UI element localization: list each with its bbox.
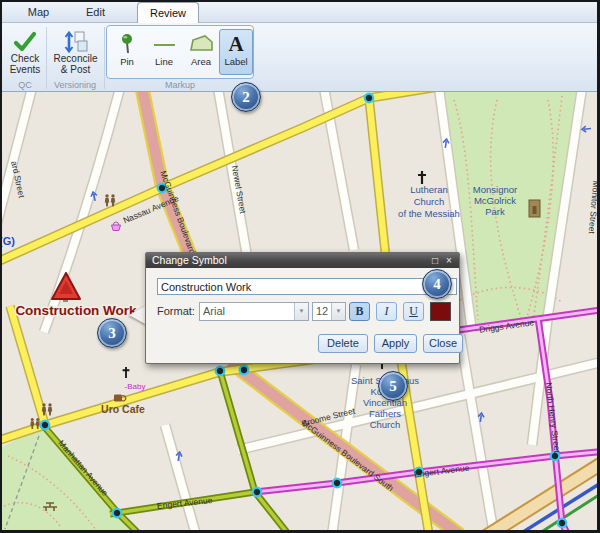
- callout-badge-4: 4: [422, 269, 452, 299]
- check-events-button[interactable]: Check Events: [5, 26, 45, 78]
- bold-button[interactable]: B: [349, 302, 370, 321]
- ribbon-body: Check Events Reconcile & Post: [2, 23, 597, 91]
- font-family-select[interactable]: Arial ▼: [199, 302, 309, 321]
- pin-button[interactable]: Pin: [110, 29, 144, 75]
- callout-badge-5: 5: [378, 371, 408, 401]
- letter-a-icon: A: [220, 30, 252, 56]
- line-button[interactable]: Line: [147, 29, 181, 75]
- poi-label: Lutheran: [410, 184, 448, 195]
- close-button[interactable]: Close: [423, 334, 463, 353]
- change-symbol-dialog: Change Symbol □× Format: Arial ▼ 12 ▼ B …: [145, 252, 460, 364]
- markup-group-box: Pin Line Area A Label: [106, 25, 254, 79]
- tab-edit[interactable]: Edit: [67, 2, 124, 23]
- label-label: Label: [224, 56, 247, 67]
- cafe-label: Uro Cafe: [101, 403, 145, 415]
- shop-label: -Baby: [125, 382, 146, 391]
- group-separator: [104, 27, 105, 89]
- park-label: McGolrick: [474, 195, 516, 206]
- delete-button[interactable]: Delete: [318, 334, 368, 353]
- app-window: Map Edit Review Check Events: [0, 0, 600, 533]
- reconcile-post-button[interactable]: Reconcile & Post: [48, 26, 103, 78]
- monument-icon: [529, 200, 540, 217]
- font-size-value: 12: [316, 305, 329, 317]
- park-label: Monsignor: [473, 184, 517, 195]
- ribbon: Map Edit Review Check Events: [2, 2, 597, 92]
- callout-badge-2: 2: [231, 82, 261, 112]
- close-icon[interactable]: ×: [442, 253, 456, 268]
- group-label-qc: QC: [5, 80, 45, 90]
- app-frame: Map Edit Review Check Events: [2, 2, 597, 530]
- callout-badge-3: 3: [97, 318, 127, 348]
- font-size-select[interactable]: 12 ▼: [312, 302, 346, 321]
- line-icon: [148, 30, 180, 56]
- area-label: Area: [191, 56, 211, 67]
- dialog-title: Change Symbol: [152, 254, 227, 266]
- polygon-icon: [185, 30, 217, 56]
- label-button[interactable]: A Label: [219, 29, 253, 75]
- group-label-markup: Markup: [106, 80, 254, 90]
- construction-label: Construction Work: [15, 303, 137, 318]
- sync-arrows-docs-icon: [49, 27, 102, 53]
- maximize-icon[interactable]: □: [428, 253, 442, 268]
- format-label: Format:: [157, 305, 195, 317]
- subway-g-label: (G): [2, 235, 15, 247]
- chevron-down-icon[interactable]: ▼: [331, 303, 345, 320]
- font-family-value: Arial: [203, 305, 292, 317]
- color-swatch-button[interactable]: [430, 302, 451, 321]
- pushpin-icon: [111, 30, 143, 56]
- tab-review[interactable]: Review: [137, 2, 199, 23]
- line-label: Line: [155, 56, 173, 67]
- underline-button[interactable]: U: [403, 302, 424, 321]
- pin-label: Pin: [120, 56, 134, 67]
- italic-button[interactable]: I: [376, 302, 397, 321]
- check-events-label: Check Events: [10, 53, 41, 75]
- symbol-text-input[interactable]: [157, 278, 457, 295]
- chevron-down-icon[interactable]: ▼: [294, 303, 308, 320]
- reconcile-post-label: Reconcile & Post: [54, 53, 98, 75]
- poi-label: Church: [414, 196, 445, 207]
- ribbon-tab-bar: Map Edit Review: [2, 2, 597, 23]
- poi-label: of the Messiah: [398, 208, 460, 219]
- apply-button[interactable]: Apply: [374, 334, 417, 353]
- group-label-versioning: Versioning: [46, 80, 104, 90]
- dialog-title-bar[interactable]: Change Symbol: [146, 253, 459, 268]
- green-check-icon: [6, 27, 44, 53]
- poi-label: Church: [370, 419, 401, 430]
- area-button[interactable]: Area: [184, 29, 218, 75]
- tab-map[interactable]: Map: [10, 2, 67, 23]
- park-label: Park: [485, 206, 505, 217]
- poi-label: Fathers: [369, 408, 401, 419]
